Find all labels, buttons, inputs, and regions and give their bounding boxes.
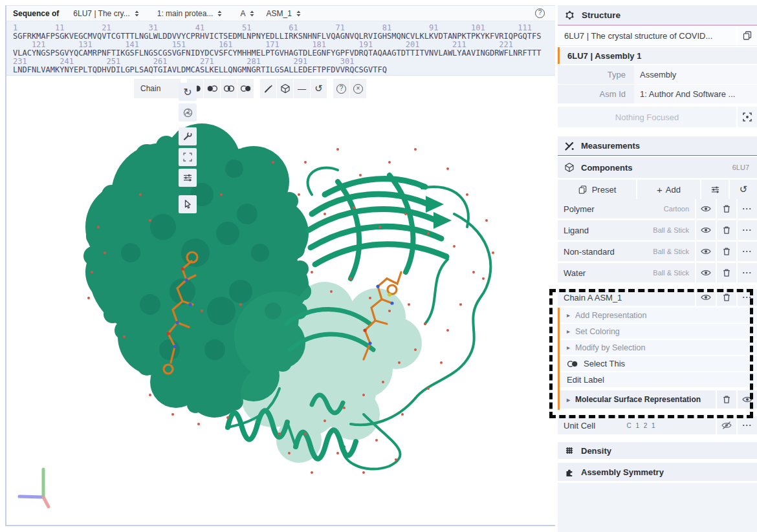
selection-help-button[interactable]: ? [333,79,349,98]
molecule-render[interactable] [6,76,555,525]
set-coloring-item[interactable]: ▸ Set Coloring [560,324,757,339]
measurements-title: Measurements [581,141,640,151]
x-axis [19,496,43,497]
selection-mode-button[interactable] [179,195,197,213]
plus-icon: + [657,184,663,195]
trash-icon [721,225,732,235]
eye-icon [701,246,711,257]
close-selection-button[interactable]: × [350,79,366,98]
select-only-button[interactable] [237,79,254,98]
delete-button[interactable] [716,289,736,306]
chevron-right-icon: ▸ [567,328,570,335]
visibility-button[interactable] [695,263,716,282]
delete-button[interactable] [716,199,736,218]
visibility-button[interactable] [736,390,757,409]
expand-icon [182,152,193,162]
trash-icon [721,204,732,214]
component-row-nonstandard[interactable]: Non-standard Ball & Stick ··· [558,242,757,261]
sliders-icon [710,185,720,195]
entity-select[interactable]: 1: main protea... [157,9,224,18]
controls-toggle-button[interactable] [179,127,197,145]
unit-cell-row[interactable]: Unit Cell C 1 2 1 ··· [558,416,757,434]
visibility-button[interactable] [695,289,716,306]
entity-select-value: 1: main protea... [157,9,214,18]
components-history-button[interactable]: ↺ [730,180,757,199]
components-section-header[interactable]: Components 6LU7 [558,157,757,178]
gear-icon [564,10,575,21]
trash-icon [721,292,732,303]
asm-id-label: Asm Id [558,85,634,103]
select-this-item[interactable]: Select This [560,356,757,371]
reset-camera-button[interactable]: ↻ [179,83,197,101]
help-icon[interactable]: ? [535,8,545,18]
surface-representation-row[interactable]: ▸ Molecular Surface Representation [560,390,757,409]
expand-button[interactable] [179,148,197,166]
beta-arrows [426,196,452,229]
settings-button[interactable] [179,169,197,187]
bookmark-icon [578,185,587,195]
structure-entry-row[interactable]: 6LU7 | The crystal structure of COVID... [558,26,757,46]
measurements-section-header[interactable]: Measurements [558,136,757,156]
edit-label-item[interactable]: Edit Label [560,372,757,387]
visibility-button[interactable] [695,220,716,240]
select-intersect-button[interactable] [221,79,237,98]
modify-by-selection-item[interactable]: ▸ Modify by Selection [560,340,757,355]
more-actions-button[interactable]: ··· [736,289,757,306]
updown-arrow-icon [295,10,302,17]
component-row-polymer[interactable]: Polymer Cartoon ··· [558,199,757,218]
structure-select[interactable]: 6LU7 | The cry... [73,9,140,18]
component-row-ligand[interactable]: Ligand Ball & Stick ··· [558,220,757,240]
component-repr: Ball & Stick [653,226,695,234]
component-row-water[interactable]: Water Ball & Stick ··· [558,263,757,282]
remove-button[interactable]: — [294,79,310,98]
delete-button[interactable] [716,220,736,240]
menu-item-label: Add Representation [575,311,647,320]
focus-row: Nothing Focused [558,107,757,127]
operator-select[interactable]: ASM_1 [266,9,302,18]
structure-section-header[interactable]: Structure [558,5,757,26]
z-axis [43,497,49,507]
add-component-button[interactable]: + Add [637,180,700,199]
assembly-row[interactable]: 6LU7 | Assembly 1 [558,47,757,64]
visibility-button[interactable] [695,242,716,261]
more-actions-button[interactable]: ··· [736,416,757,434]
asm-id-value[interactable]: 1: Author And Software ... [634,85,757,103]
granularity-dropdown[interactable]: Chain [134,79,181,98]
assembly-symmetry-section-header[interactable]: Assembly Symmetry [558,463,757,481]
sequence-panel[interactable]: 1 11 21 31 41 51 61 71 81 91 101 111 SGF… [6,21,555,76]
more-actions-button[interactable]: ··· [736,199,757,218]
type-value[interactable]: Assembly [634,65,757,84]
chevron-right-icon: ▸ [567,344,570,351]
viewport-3d[interactable]: Chain — ↺ ? × [6,76,555,525]
more-actions-button[interactable]: ··· [736,263,757,282]
visibility-off-button[interactable] [716,416,736,434]
theme-brush-button[interactable] [260,79,276,98]
undo-button[interactable]: ↺ [311,79,327,98]
copy-icon [742,30,752,41]
chain-select[interactable]: A [240,9,256,18]
eye-off-icon [721,420,732,431]
density-section-header[interactable]: Density [558,442,757,459]
delete-button[interactable] [716,242,736,261]
more-actions-button[interactable]: ··· [736,220,757,240]
ellipsis-icon: ··· [743,226,752,235]
sequence-residues-row3[interactable]: LNDFNLVAMKYNYEPLTQDHVDILGPLSAQTGIAVLDMCA… [13,66,555,74]
create-component-button[interactable] [277,79,293,98]
component-repr: Cartoon [664,205,695,213]
components-options-button[interactable] [701,180,729,199]
more-actions-button[interactable]: ··· [736,242,757,261]
select-subtract-button[interactable] [204,79,220,98]
component-name: Chain A ASM_1 [558,293,695,303]
focus-button[interactable] [736,107,757,127]
preset-button[interactable]: Preset [558,180,636,199]
delete-button[interactable] [716,390,736,409]
close-icon: × [353,84,363,94]
bookmark-button[interactable] [736,26,757,45]
screenshot-button[interactable] [179,103,197,122]
trash-icon [721,394,732,405]
menu-item-label: Set Coloring [575,327,620,336]
visibility-button[interactable] [695,199,716,218]
component-row-chain-a[interactable]: Chain A ASM_1 ··· [558,289,757,306]
add-representation-item[interactable]: ▸ Add Representation [560,308,757,323]
delete-button[interactable] [716,263,736,282]
